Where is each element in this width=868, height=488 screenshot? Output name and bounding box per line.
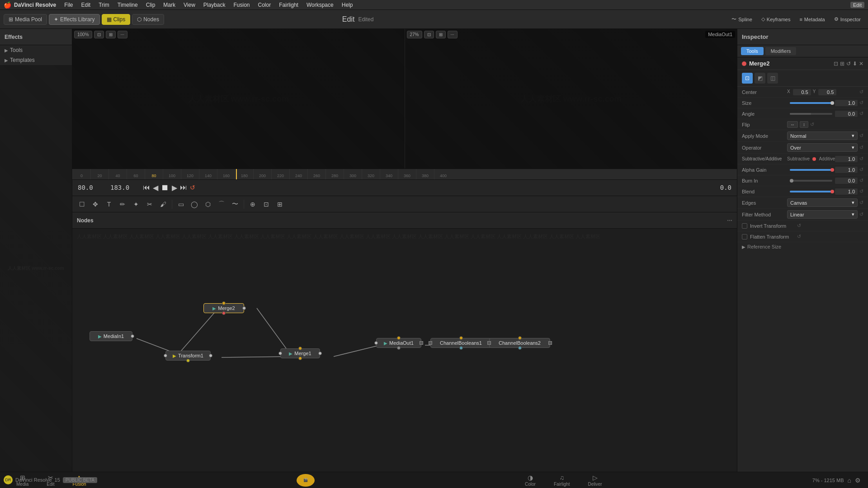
clips-button[interactable]: ▦ Clips	[102, 14, 131, 25]
prop-subtractive-reset[interactable]: ↺	[859, 156, 863, 162]
apple-icon[interactable]: 🍎	[4, 1, 11, 9]
prop-apply-mode-reset[interactable]: ↺	[859, 133, 863, 139]
node-mediaout1[interactable]: ▶ MediaOut1	[376, 338, 421, 348]
tool-transform[interactable]: ⊕	[247, 198, 259, 210]
prop-alpha-gain-slider[interactable]	[790, 169, 832, 171]
viewer-left[interactable]: 人人素材区 www.rr-sc.com 100% ⊡ ⊞ ···	[72, 29, 405, 169]
prop-burn-in-value[interactable]: 0.0	[835, 178, 858, 184]
merge1-top[interactable]	[298, 347, 302, 350]
prop-flatten-transform-reset[interactable]: ↺	[797, 234, 801, 239]
mediaout1-bottom[interactable]	[397, 346, 401, 350]
effects-library-button[interactable]: ✦ Effects Library	[49, 14, 99, 25]
tool-ellipse[interactable]: ◯	[189, 198, 200, 210]
tool-select[interactable]: ☐	[76, 198, 88, 210]
prop-apply-mode-dropdown[interactable]: Normal ▾	[787, 131, 858, 140]
spline-button[interactable]: 〜 Spline	[728, 14, 756, 24]
invert-transform-checkbox[interactable]	[742, 223, 747, 229]
prop-alpha-gain-reset[interactable]: ↺	[859, 167, 863, 173]
merge2-output[interactable]	[242, 306, 246, 310]
loop-button[interactable]: ↺	[190, 184, 195, 191]
nodes-more-btn[interactable]: ···	[727, 217, 732, 224]
node-channelbooleans2[interactable]: ChannelBooleans2	[489, 338, 550, 348]
merge1-input[interactable]	[278, 352, 282, 355]
mediaout1-top[interactable]	[397, 336, 401, 340]
view-icon-color[interactable]: ◩	[755, 73, 765, 84]
tool-move[interactable]: ✥	[90, 198, 101, 210]
prop-center-y-value[interactable]: 0.5	[818, 89, 836, 95]
flip-v-button[interactable]: ↕	[800, 121, 808, 128]
view-icon-blend[interactable]: ◫	[767, 73, 778, 84]
viewer-right-more-btn[interactable]: ···	[448, 31, 458, 38]
timeline-ruler[interactable]: 0 20 40 60 80 100 120 140 160 180 200 22…	[72, 169, 737, 180]
stop-button[interactable]: ⏹	[161, 183, 169, 192]
effects-tools-item[interactable]: ▶ Tools	[0, 45, 72, 55]
menu-clip[interactable]: Clip	[142, 1, 159, 9]
tab-modifiers[interactable]: Modifiers	[765, 47, 797, 55]
inspector-icon-save[interactable]: ⬇	[853, 61, 857, 67]
inspector-icon-paste[interactable]: ⊞	[840, 61, 844, 67]
viewer-left-more-btn[interactable]: ···	[118, 31, 127, 38]
skip-to-start-button[interactable]: ⏮	[143, 183, 150, 192]
prop-size-reset[interactable]: ↺	[859, 100, 863, 106]
viewer-left-fit-btn[interactable]: ⊡	[94, 31, 104, 38]
menu-edit[interactable]: Edit	[78, 1, 94, 9]
merge2-ctrl[interactable]	[222, 311, 226, 315]
tool-grid[interactable]: ⊞	[274, 198, 286, 210]
tool-warp[interactable]: 〜	[229, 198, 241, 210]
nodes-canvas[interactable]: 人人素材区 人人素材区 人人素材区 人人素材区 人人素材区 人人素材区 人人素材…	[72, 229, 737, 472]
menu-timeline[interactable]: Timeline	[114, 1, 142, 9]
prop-size-value[interactable]: 1.0	[835, 100, 858, 106]
prop-angle-reset[interactable]: ↺	[859, 111, 863, 117]
nav-deliver[interactable]: ▷ Deliver	[579, 473, 611, 488]
mediaout1-output[interactable]	[420, 341, 423, 345]
viewer-right[interactable]: 人人素材区 www.rr-sc.com 27% ⊡ ⊞ ··· MediaOut…	[405, 29, 737, 169]
menu-file[interactable]: File	[61, 1, 76, 9]
node-mediain1[interactable]: ▶ MediaIn1	[90, 331, 132, 341]
prop-burn-in-reset[interactable]: ↺	[859, 178, 863, 183]
viewer-right-fit-btn[interactable]: ⊡	[424, 31, 434, 38]
node-merge1[interactable]: ▶ Merge1	[280, 348, 320, 358]
reference-size-row[interactable]: ▶ Reference Size	[737, 242, 868, 251]
tool-polygon[interactable]: ⬡	[202, 198, 214, 210]
prop-operator-dropdown[interactable]: Over ▾	[787, 143, 858, 152]
inspector-icon-close[interactable]: ✕	[859, 61, 863, 67]
prop-operator-reset[interactable]: ↺	[859, 145, 863, 150]
prop-filter-method-reset[interactable]: ↺	[859, 211, 863, 217]
menu-playback[interactable]: Playback	[200, 1, 229, 9]
tool-pen[interactable]: ✏	[117, 198, 128, 210]
metadata-button[interactable]: ≡ Metadata	[796, 15, 828, 24]
cb2-top[interactable]	[518, 336, 522, 340]
merge1-output[interactable]	[318, 352, 322, 355]
tool-bezier[interactable]: ✦	[130, 198, 142, 210]
prop-edges-dropdown[interactable]: Canvas ▾	[787, 198, 858, 207]
prop-invert-transform-reset[interactable]: ↺	[797, 223, 801, 229]
prop-blend-slider[interactable]	[790, 191, 832, 192]
transform1-ctrl[interactable]	[186, 359, 190, 362]
prop-angle-slider[interactable]	[790, 113, 832, 115]
transform1-output[interactable]	[209, 354, 212, 357]
play-reverse-button[interactable]: ◀	[153, 183, 158, 192]
prop-burn-in-slider[interactable]	[790, 180, 832, 182]
tab-tools[interactable]: Tools	[741, 47, 764, 55]
mediain1-output[interactable]	[131, 334, 134, 338]
cb1-top[interactable]	[459, 336, 463, 340]
nav-color[interactable]: ◑ Color	[516, 473, 545, 488]
viewer-left-grid-btn[interactable]: ⊞	[106, 31, 116, 38]
merge1-ctrl[interactable]	[298, 357, 302, 360]
node-channelbooleans1[interactable]: ChannelBooleans1	[430, 338, 491, 348]
cb1-input-left[interactable]	[429, 341, 432, 345]
tool-curve[interactable]: ⌒	[216, 198, 227, 210]
prop-blend-value[interactable]: 1.0	[835, 188, 858, 195]
cb2-output[interactable]	[548, 341, 552, 345]
prop-center-x-value[interactable]: 0.5	[793, 89, 811, 95]
home-button[interactable]: ⌂	[848, 477, 851, 484]
mediaout1-input[interactable]	[374, 341, 378, 345]
node-merge2[interactable]: ▶ Merge2	[203, 303, 244, 313]
prop-edges-reset[interactable]: ↺	[859, 200, 863, 206]
media-pool-button[interactable]: ⊞ Media Pool	[4, 14, 47, 25]
prop-angle-value[interactable]: 0.0	[835, 111, 858, 117]
node-transform1[interactable]: ▶ Transform1	[165, 351, 211, 361]
play-forward-button[interactable]: ▶	[172, 183, 177, 192]
inspector-icon-reset[interactable]: ↺	[846, 61, 851, 67]
effects-templates-item[interactable]: ▶ Templates	[0, 55, 72, 65]
